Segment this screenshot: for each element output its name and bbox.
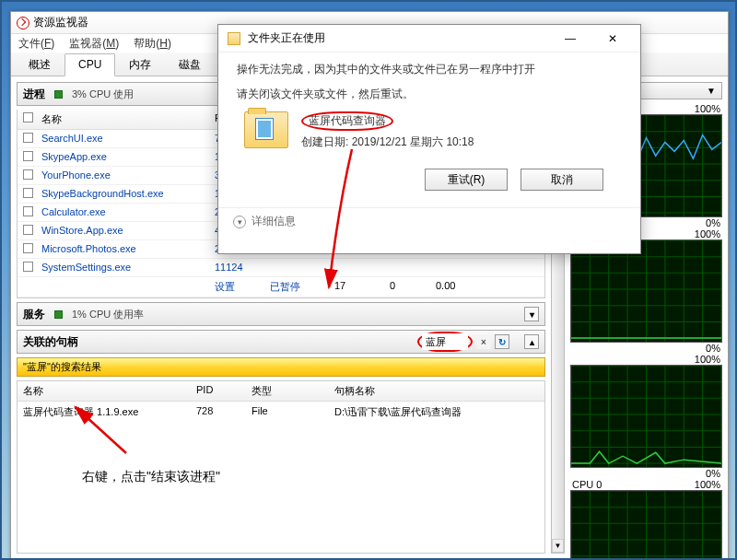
section-handles-title: 关联的句柄 [23, 334, 78, 350]
checkbox[interactable] [23, 262, 33, 272]
section-services-header[interactable]: 服务 1% CPU 使用率 ▾ [17, 302, 545, 326]
section-services-title: 服务 [23, 307, 45, 322]
tab-overview[interactable]: 概述 [15, 52, 64, 76]
chevron-down-icon[interactable]: ▾ [524, 307, 539, 321]
tab-disk[interactable]: 磁盘 [165, 52, 215, 76]
chart-min: 0% [706, 217, 720, 228]
process-name: SearchUI.exe [36, 130, 209, 147]
checkbox[interactable] [23, 151, 33, 161]
chart-block: 100% 0% [570, 354, 722, 479]
handle-table-header: 名称 PID 类型 句柄名称 [18, 381, 544, 402]
folder-icon [228, 32, 240, 45]
dialog-message-2: 请关闭该文件夹或文件，然后重试。 [237, 87, 622, 102]
col-name[interactable]: 名称 [18, 381, 191, 401]
scroll-down-button[interactable]: ▼ [552, 539, 564, 553]
chart-min: 0% [706, 343, 720, 354]
details-toggle[interactable]: ▾ 详细信息 [218, 207, 640, 235]
checkbox[interactable] [23, 225, 33, 235]
dialog-message-1: 操作无法完成，因为其中的文件夹或文件已在另一程序中打开 [237, 62, 622, 77]
dialog-folder-name: 蓝屏代码查询器 [301, 111, 393, 131]
service-cpu-stat: 1% CPU 使用率 [72, 308, 144, 321]
checkbox[interactable] [23, 169, 33, 180]
chart-block: CPU 0100% 0% [570, 479, 722, 559]
cpu-chart [570, 490, 722, 559]
handle-row[interactable]: 蓝屏代码查询器 1.1.9.exe 728 File D:\迅雷下载\蓝屏代码查… [18, 402, 544, 423]
menu-monitor[interactable]: 监视器(M) [69, 36, 119, 52]
app-icon [17, 17, 29, 29]
menu-file[interactable]: 文件(F) [18, 36, 54, 52]
process-cpu-stat: 3% CPU 使用 [72, 88, 134, 101]
checkbox[interactable] [23, 133, 33, 143]
clear-search-button[interactable]: × [476, 334, 491, 349]
process-name: SkypeBackgroundHost.exe [36, 185, 209, 203]
retry-button[interactable]: 重试(R) [425, 169, 508, 191]
cpu-chart [570, 239, 722, 343]
close-button[interactable]: ✕ [594, 26, 631, 52]
handle-search: × ↻ [417, 332, 509, 352]
section-handles-header[interactable]: 关联的句柄 × ↻ ▴ [17, 330, 545, 354]
col-type[interactable]: 类型 [246, 381, 329, 401]
section-processes-title: 进程 [23, 87, 45, 102]
process-extra-row[interactable]: 设置 已暂停 17 0 0.00 [18, 277, 544, 298]
window-title: 资源监视器 [33, 15, 88, 30]
chart-max: 100% [695, 479, 720, 490]
cpu-chart [570, 365, 722, 468]
search-results-banner: "蓝屏"的搜索结果 [17, 357, 545, 377]
handle-name: 蓝屏代码查询器 1.1.9.exe [18, 402, 191, 422]
details-label: 详细信息 [252, 214, 296, 229]
dialog-title: 文件夹正在使用 [248, 30, 325, 46]
col-pid[interactable]: PID [191, 381, 246, 401]
handle-pid: 728 [191, 402, 246, 422]
minimize-button[interactable]: — [552, 26, 589, 52]
annotation-text: 右键，点击"结束该进程" [82, 469, 544, 485]
checkbox[interactable] [23, 243, 33, 253]
dropdown-icon[interactable]: ▼ [707, 86, 716, 96]
cpu-indicator-icon [54, 310, 63, 319]
handle-path: D:\迅雷下载\蓝屏代码查询器 [329, 402, 544, 422]
process-row[interactable]: SystemSettings.exe 11124 [18, 259, 544, 277]
process-name: SystemSettings.exe [36, 259, 209, 276]
col-handle-name[interactable]: 句柄名称 [329, 381, 544, 401]
folder-large-icon [244, 111, 288, 148]
process-name: Calculator.exe [36, 204, 209, 221]
process-pid: 11124 [209, 259, 264, 276]
tab-memory[interactable]: 内存 [115, 52, 165, 76]
chart-title: CPU 0 [572, 479, 602, 490]
checkbox[interactable] [23, 206, 33, 216]
process-name: SkypeApp.exe [36, 148, 209, 166]
cpu-indicator-icon [54, 90, 63, 99]
process-name: Microsoft.Photos.exe [36, 240, 209, 258]
chevron-down-icon: ▾ [233, 216, 246, 228]
cancel-button[interactable]: 取消 [521, 169, 603, 191]
refresh-button[interactable]: ↻ [495, 334, 509, 349]
checkbox-all[interactable] [23, 112, 33, 122]
tab-cpu[interactable]: CPU [64, 53, 115, 76]
process-name: YourPhone.exe [36, 167, 209, 184]
checkbox[interactable] [23, 188, 33, 198]
chart-min: 0% [706, 468, 720, 479]
folder-in-use-dialog: 文件夹正在使用 — ✕ 操作无法完成，因为其中的文件夹或文件已在另一程序中打开 … [217, 24, 641, 254]
dialog-folder-date: 创建日期: 2019/12/21 星期六 10:18 [301, 134, 474, 150]
dialog-titlebar[interactable]: 文件夹正在使用 — ✕ [218, 25, 640, 52]
col-name[interactable]: 名称 [36, 110, 209, 129]
handle-table: 名称 PID 类型 句柄名称 蓝屏代码查询器 1.1.9.exe 728 Fil… [17, 380, 545, 554]
handle-type: File [246, 402, 329, 422]
process-name: WinStore.App.exe [36, 222, 209, 239]
menu-help[interactable]: 帮助(H) [134, 36, 171, 52]
chart-max: 100% [695, 228, 720, 239]
chevron-up-icon[interactable]: ▴ [524, 334, 539, 349]
chart-max: 100% [695, 354, 720, 365]
chart-max: 100% [695, 103, 720, 114]
search-input[interactable] [422, 333, 468, 350]
